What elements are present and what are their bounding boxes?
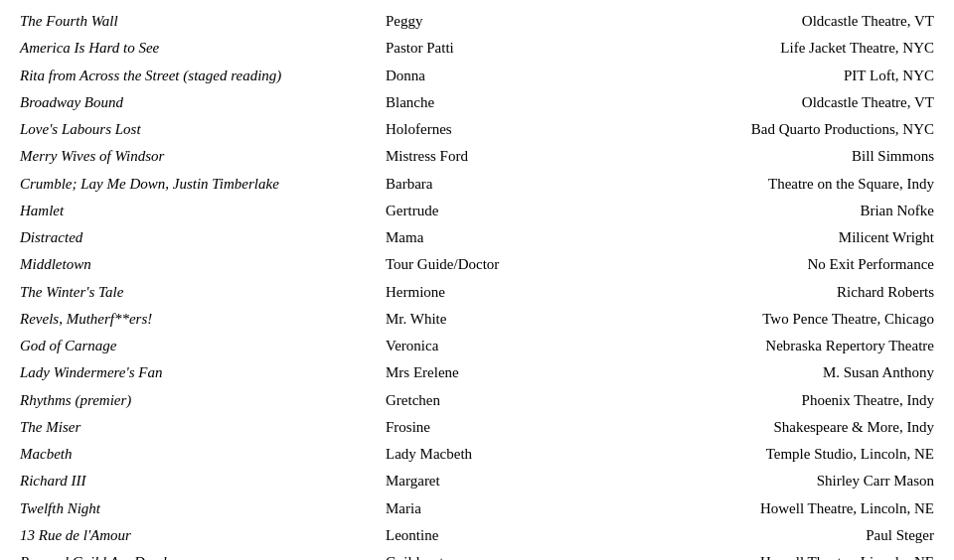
role-cell: Mistress Ford <box>386 145 568 168</box>
title-cell: Love's Labours Lost <box>20 118 386 141</box>
title-cell: Lady Windermere's Fan <box>20 361 386 384</box>
title-cell: Merry Wives of Windsor <box>20 145 386 168</box>
table-row: Broadway BoundBlancheOldcastle Theatre, … <box>20 89 934 116</box>
company-cell: Richard Roberts <box>568 281 934 304</box>
title-cell: Macbeth <box>20 443 386 466</box>
company-cell: Temple Studio, Lincoln, NE <box>568 443 934 466</box>
role-cell: Lady Macbeth <box>386 443 568 466</box>
role-cell: Margaret <box>386 470 568 492</box>
role-cell: Hermione <box>386 281 568 304</box>
table-row: Twelfth NightMariaHowell Theatre, Lincol… <box>20 495 934 522</box>
role-cell: Guildenstern <box>386 551 568 560</box>
company-cell: Life Jacket Theatre, NYC <box>568 37 934 60</box>
company-cell: Bill Simmons <box>568 145 934 168</box>
company-cell: Nebraska Repertory Theatre <box>568 335 934 357</box>
table-row: America Is Hard to SeePastor PattiLife J… <box>20 35 934 62</box>
role-cell: Leontine <box>386 524 568 547</box>
resume-table: The Fourth WallPeggyOldcastle Theatre, V… <box>20 8 934 560</box>
table-row: Revels, Mutherf**ers!Mr. WhiteTwo Pence … <box>20 306 934 333</box>
table-row: MacbethLady MacbethTemple Studio, Lincol… <box>20 441 934 468</box>
company-cell: Oldcastle Theatre, VT <box>568 10 934 33</box>
company-cell: Paul Steger <box>568 524 934 547</box>
table-row: The MiserFrosineShakespeare & More, Indy <box>20 414 934 441</box>
company-cell: Shakespeare & More, Indy <box>568 416 934 439</box>
role-cell: Frosine <box>386 416 568 439</box>
role-cell: Maria <box>386 497 568 520</box>
title-cell: The Winter's Tale <box>20 281 386 304</box>
title-cell: America Is Hard to See <box>20 37 386 60</box>
table-row: Rhythms (premier)GretchenPhoenix Theatre… <box>20 387 934 414</box>
company-cell: Howell Theatre, Lincoln, NE <box>568 497 934 520</box>
title-cell: Ros and Guild Are Dead <box>20 551 386 560</box>
role-cell: Donna <box>386 65 568 87</box>
title-cell: Middletown <box>20 253 386 276</box>
table-row: Ros and Guild Are DeadGuildensternHowell… <box>20 549 934 560</box>
role-cell: Blanche <box>386 91 568 114</box>
role-cell: Barbara <box>386 173 568 196</box>
company-cell: Howell Theatre, Lincoln, NE <box>568 551 934 560</box>
title-cell: God of Carnage <box>20 335 386 357</box>
role-cell: Pastor Patti <box>386 37 568 60</box>
title-cell: The Miser <box>20 416 386 439</box>
company-cell: Two Pence Theatre, Chicago <box>568 308 934 331</box>
table-row: HamletGertrudeBrian Nofke <box>20 198 934 224</box>
table-row: Rita from Across the Street (staged read… <box>20 63 934 89</box>
table-row: Crumble; Lay Me Down, Justin TimberlakeB… <box>20 171 934 198</box>
table-row: MiddletownTour Guide/DoctorNo Exit Perfo… <box>20 251 934 278</box>
role-cell: Peggy <box>386 10 568 33</box>
table-row: God of CarnageVeronicaNebraska Repertory… <box>20 333 934 359</box>
title-cell: Twelfth Night <box>20 497 386 520</box>
company-cell: Brian Nofke <box>568 200 934 222</box>
table-row: Richard IIIMargaretShirley Carr Mason <box>20 468 934 494</box>
title-cell: Rhythms (premier) <box>20 389 386 412</box>
role-cell: Gretchen <box>386 389 568 412</box>
title-cell: Distracted <box>20 226 386 249</box>
table-row: The Fourth WallPeggyOldcastle Theatre, V… <box>20 8 934 35</box>
company-cell: Oldcastle Theatre, VT <box>568 91 934 114</box>
company-cell: M. Susan Anthony <box>568 361 934 384</box>
title-cell: The Fourth Wall <box>20 10 386 33</box>
table-row: DistractedMamaMilicent Wright <box>20 224 934 251</box>
role-cell: Gertrude <box>386 200 568 222</box>
company-cell: Milicent Wright <box>568 226 934 249</box>
company-cell: Phoenix Theatre, Indy <box>568 389 934 412</box>
title-cell: Broadway Bound <box>20 91 386 114</box>
company-cell: Theatre on the Square, Indy <box>568 173 934 196</box>
table-row: Love's Labours LostHolofernesBad Quarto … <box>20 116 934 143</box>
company-cell: Shirley Carr Mason <box>568 470 934 492</box>
role-cell: Tour Guide/Doctor <box>386 253 568 276</box>
table-row: Lady Windermere's FanMrs EreleneM. Susan… <box>20 359 934 386</box>
title-cell: Rita from Across the Street (staged read… <box>20 65 386 87</box>
title-cell: Richard III <box>20 470 386 492</box>
title-cell: Hamlet <box>20 200 386 222</box>
table-row: 13 Rue de l'AmourLeontinePaul Steger <box>20 522 934 549</box>
company-cell: Bad Quarto Productions, NYC <box>568 118 934 141</box>
role-cell: Mr. White <box>386 308 568 331</box>
role-cell: Veronica <box>386 335 568 357</box>
role-cell: Holofernes <box>386 118 568 141</box>
table-row: Merry Wives of WindsorMistress FordBill … <box>20 143 934 170</box>
role-cell: Mrs Erelene <box>386 361 568 384</box>
title-cell: Revels, Mutherf**ers! <box>20 308 386 331</box>
table-row: The Winter's TaleHermioneRichard Roberts <box>20 279 934 306</box>
title-cell: Crumble; Lay Me Down, Justin Timberlake <box>20 173 386 196</box>
title-cell: 13 Rue de l'Amour <box>20 524 386 547</box>
role-cell: Mama <box>386 226 568 249</box>
company-cell: PIT Loft, NYC <box>568 65 934 87</box>
company-cell: No Exit Performance <box>568 253 934 276</box>
